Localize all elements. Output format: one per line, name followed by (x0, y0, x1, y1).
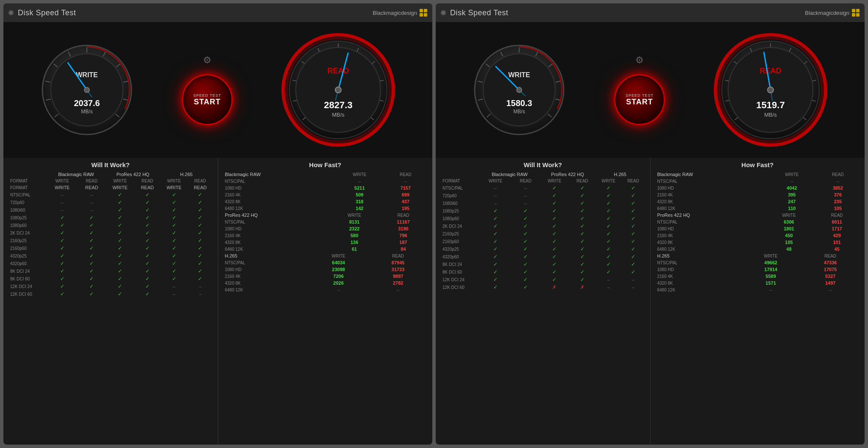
braw-read: ✓ (512, 268, 540, 276)
will-it-work-title-right: Will It Work? (441, 161, 645, 168)
check-mark: ✓ (631, 238, 635, 244)
prores-write: ✓ (106, 260, 134, 267)
braw-write: ✓ (480, 260, 512, 268)
format-cell: 8K DCI 24 (441, 260, 480, 268)
how-fast-section: H.265 WRITE READ NTSC/PAL 64034 87945 (223, 252, 428, 293)
braw-write: – (47, 191, 78, 199)
write-value: 1571 (740, 280, 801, 286)
format-label: 1080 HD (223, 185, 335, 191)
left-window: ✕ Disk Speed Test Blackmagicdesign (3, 3, 432, 445)
x-mark: ✗ (552, 284, 556, 290)
h265-write: ✓ (595, 230, 622, 238)
svg-text:MB/s: MB/s (81, 109, 92, 115)
table-row: NTSC/PAL – – (223, 178, 428, 185)
h265-read: ✓ (188, 267, 212, 275)
write-value: 580 (329, 232, 379, 239)
bmd-logo-right: Blackmagicdesign (805, 9, 860, 17)
braw-write: ✓ (47, 283, 78, 290)
braw-read: ✓ (512, 260, 540, 268)
check-mark: ✓ (145, 245, 150, 251)
check-mark: ✓ (198, 245, 202, 251)
format-cell: 12K DCI 24 (8, 283, 47, 290)
check-mark: ✓ (580, 231, 584, 237)
table-row: 1080p60 ✓ ✓ ✓ ✓ ✓ ✓ (8, 221, 213, 229)
how-fast-table: ProRes 422 HQ WRITE READ NTSC/PAL 6306 6… (656, 212, 860, 252)
h265-write: ✓ (595, 260, 622, 268)
table-row: 2160p25 ✓ ✓ ✓ ✓ ✓ ✓ (441, 230, 645, 238)
svg-text:1519.7: 1519.7 (756, 100, 785, 110)
dash-mark: – (61, 192, 64, 197)
check-mark: ✓ (89, 222, 94, 228)
check-mark: ✓ (118, 192, 122, 198)
prores-read: ✓ (134, 199, 160, 206)
write-header: WRITE (740, 252, 801, 259)
prores-read: ✓ (134, 275, 160, 283)
braw-write: ✓ (480, 215, 512, 222)
check-mark: ✓ (89, 238, 94, 244)
write-gauge-left: WRITE 2037.6 MB/s (40, 43, 134, 137)
check-mark: ✓ (493, 223, 498, 229)
prores-write: ✓ (106, 275, 134, 283)
brand-name-right: Blackmagicdesign (805, 10, 849, 16)
section-label: H.265 (223, 252, 308, 259)
section-label: H.265 (656, 252, 740, 259)
prores-write: ✓ (106, 229, 134, 237)
prores-read: ✓ (569, 207, 595, 215)
check-mark: ✓ (60, 283, 64, 289)
prores-write: ✓ (540, 268, 569, 276)
table-row: 6480 12K 61 84 (223, 246, 428, 252)
check-mark: ✓ (172, 276, 176, 282)
close-button-left[interactable]: ✕ (8, 10, 14, 15)
table-row: NTSC/PAL 64034 87945 (223, 259, 428, 266)
center-controls-left: ⚙ SPEED TEST START (182, 55, 233, 125)
gear-icon-right[interactable]: ⚙ (635, 55, 644, 66)
write-value: 17914 (740, 266, 801, 273)
read-value: 5327 (801, 273, 860, 280)
h265-write: – (160, 283, 188, 290)
prores-write: ✓ (540, 253, 569, 260)
table-row: 1080 HD 17914 17075 (656, 266, 860, 273)
braw-read: ✓ (78, 290, 106, 298)
prores-write: ✓ (540, 238, 569, 245)
start-button-left[interactable]: SPEED TEST START (182, 74, 233, 125)
table-row: 1080 HD 4042 3852 (656, 185, 860, 191)
prores-read: ✓ (569, 199, 595, 207)
write-value: 7206 (308, 273, 369, 280)
write-value: 49662 (740, 259, 801, 266)
check-mark: ✓ (631, 231, 635, 237)
braw-read: – (78, 191, 106, 199)
check-mark: ✓ (145, 207, 150, 213)
check-mark: ✓ (198, 215, 202, 221)
prores-read: ✓ (569, 245, 595, 253)
how-fast-table: ProRes 422 HQ WRITE READ NTSC/PAL 8131 1… (223, 212, 428, 252)
prores-write: ✓ (106, 252, 134, 260)
format-label: 2160 4K (223, 232, 330, 239)
gear-icon-left[interactable]: ⚙ (203, 55, 211, 66)
h265-read: – (622, 276, 645, 283)
check-mark: ✓ (580, 269, 584, 275)
close-button-right[interactable]: ✕ (441, 10, 446, 15)
right-window: ✕ Disk Speed Test Blackmagicdesign (436, 3, 865, 445)
read-value: 31723 (369, 266, 427, 273)
check-mark: ✓ (606, 216, 611, 221)
table-row: 4320 8K 318 437 (223, 198, 428, 205)
h265-write: ✓ (595, 245, 622, 253)
table-row: 8K DCI 60 ✓ ✓ ✓ ✓ ✓ ✓ (441, 268, 645, 276)
check-mark: ✓ (60, 260, 64, 266)
braw-write: ✓ (480, 207, 512, 215)
svg-text:MB/s: MB/s (513, 109, 525, 115)
read-value: 47336 (801, 259, 860, 266)
svg-point-37 (335, 87, 341, 93)
svg-point-16 (84, 87, 89, 92)
start-button-right[interactable]: SPEED TEST START (614, 74, 665, 125)
check-mark: ✓ (198, 260, 202, 266)
format-cell: 4320p25 (8, 252, 47, 260)
braw-read: – (78, 206, 106, 214)
prores-read: ✓ (569, 192, 595, 199)
check-mark: ✓ (60, 230, 64, 236)
dash-mark: – (524, 201, 527, 206)
check-mark: ✓ (493, 216, 498, 221)
check-mark: ✓ (60, 268, 64, 274)
check-mark: ✓ (118, 276, 122, 282)
h265-read: ✓ (188, 244, 212, 252)
